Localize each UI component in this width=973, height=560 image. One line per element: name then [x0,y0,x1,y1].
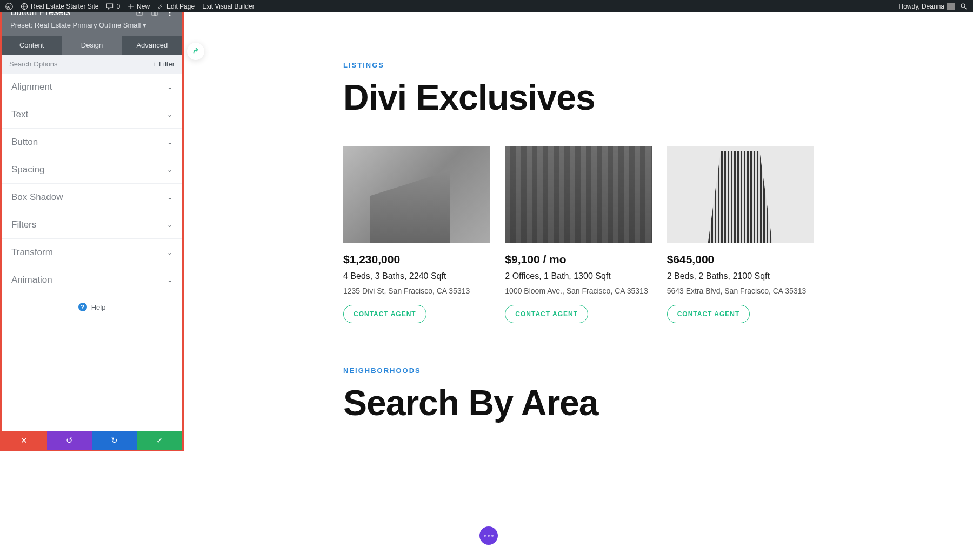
preset-selector[interactable]: Preset: Real Estate Primary Outline Smal… [10,21,174,29]
panel-footer: ✕ ↺ ↻ ✓ [2,431,182,450]
chevron-down-icon: ▾ [143,21,146,29]
section-alignment[interactable]: Alignment ⌄ [2,74,182,101]
help-icon: ? [78,303,87,311]
section-filters[interactable]: Filters ⌄ [2,211,182,239]
chevron-down-icon: ⌄ [167,276,172,284]
listings-grid: $1,230,000 4 Beds, 3 Baths, 2240 Sqft 12… [343,146,814,323]
comments-link[interactable]: 0 [106,3,120,10]
chevron-down-icon: ⌄ [167,166,172,174]
user-greeting[interactable]: Howdy, Deanna [899,3,955,10]
section-box-shadow[interactable]: Box Shadow ⌄ [2,184,182,211]
chevron-down-icon: ⌄ [167,138,172,146]
new-link[interactable]: New [128,3,150,10]
neighborhoods-eyebrow: NEIGHBORHOODS [343,366,814,375]
edit-page-link[interactable]: Edit Page [157,3,195,10]
listing-specs: 2 Offices, 1 Bath, 1300 Sqft [505,271,651,281]
cancel-button[interactable]: ✕ [2,431,47,450]
new-label: New [137,3,150,10]
neighborhoods-headline: Search By Area [343,384,814,422]
listing-specs: 4 Beds, 3 Baths, 2240 Sqft [343,271,490,281]
greeting-label: Howdy, Deanna [899,3,945,10]
chevron-down-icon: ⌄ [167,249,172,256]
listing-price: $645,000 [667,253,814,266]
chevron-down-icon: ⌄ [167,111,172,118]
filter-button[interactable]: + Filter [145,55,182,74]
section-animation[interactable]: Animation ⌄ [2,266,182,294]
listing-card: $1,230,000 4 Beds, 3 Baths, 2240 Sqft 12… [343,146,490,323]
search-row: + Filter [2,55,182,74]
more-icon [484,535,494,537]
listing-price: $1,230,000 [343,253,490,266]
section-spacing[interactable]: Spacing ⌄ [2,156,182,184]
listing-image [343,146,490,243]
plus-icon: + [153,60,157,68]
listing-card: $9,100 / mo 2 Offices, 1 Bath, 1300 Sqft… [505,146,651,323]
help-label: Help [91,303,106,311]
tab-design[interactable]: Design [62,36,122,55]
listing-image [667,146,814,243]
redo-button[interactable]: ↻ [92,431,137,450]
section-transform[interactable]: Transform ⌄ [2,239,182,266]
listings-headline: Divi Exclusives [343,79,814,116]
search-input[interactable] [2,55,145,74]
exit-vb-label: Exit Visual Builder [202,3,255,10]
builder-fab[interactable] [479,526,498,545]
chevron-down-icon: ⌄ [167,221,172,229]
contact-agent-button[interactable]: CONTACT AGENT [667,305,750,323]
wp-logo[interactable] [5,3,13,10]
chevron-down-icon: ⌄ [167,83,172,91]
site-name-label: Real Estate Starter Site [31,3,98,10]
svg-point-2 [961,4,965,8]
settings-panel: Button Presets Preset: Real Estate Prima… [0,0,184,451]
help-link[interactable]: ? Help [2,294,182,320]
listing-address: 5643 Extra Blvd, San Fracisco, CA 35313 [667,286,814,295]
listing-image [505,146,651,243]
options-accordion: Alignment ⌄ Text ⌄ Button ⌄ Spacing ⌄ Bo… [2,74,182,431]
avatar [947,3,955,10]
tab-advanced[interactable]: Advanced [122,36,182,55]
page-content: LISTINGS Divi Exclusives $1,230,000 4 Be… [184,12,973,560]
admin-bar: Real Estate Starter Site 0 New Edit Page… [0,0,973,12]
listing-price: $9,100 / mo [505,253,651,266]
panel-tabs: Content Design Advanced [2,36,182,55]
listing-card: $645,000 2 Beds, 2 Baths, 2100 Sqft 5643… [667,146,814,323]
edit-page-label: Edit Page [166,3,195,10]
listings-eyebrow: LISTINGS [343,61,814,69]
comments-count: 0 [116,3,120,10]
svg-point-9 [169,15,171,16]
search-icon[interactable] [960,3,968,10]
listing-address: 1000 Bloom Ave., San Fracisco, CA 35313 [505,286,651,295]
contact-agent-button[interactable]: CONTACT AGENT [505,305,588,323]
tab-content[interactable]: Content [2,36,62,55]
filter-label: Filter [159,60,175,68]
floating-return-button[interactable] [187,43,204,60]
section-text[interactable]: Text ⌄ [2,101,182,129]
contact-agent-button[interactable]: CONTACT AGENT [343,305,426,323]
listing-address: 1235 Divi St, San Fracisco, CA 35313 [343,286,490,295]
listing-specs: 2 Beds, 2 Baths, 2100 Sqft [667,271,814,281]
section-button[interactable]: Button ⌄ [2,129,182,156]
undo-button[interactable]: ↺ [47,431,92,450]
exit-vb-link[interactable]: Exit Visual Builder [202,3,255,10]
site-name-link[interactable]: Real Estate Starter Site [21,3,98,10]
save-button[interactable]: ✓ [137,431,183,450]
chevron-down-icon: ⌄ [167,194,172,201]
preset-label: Preset: Real Estate Primary Outline Smal… [10,21,141,29]
